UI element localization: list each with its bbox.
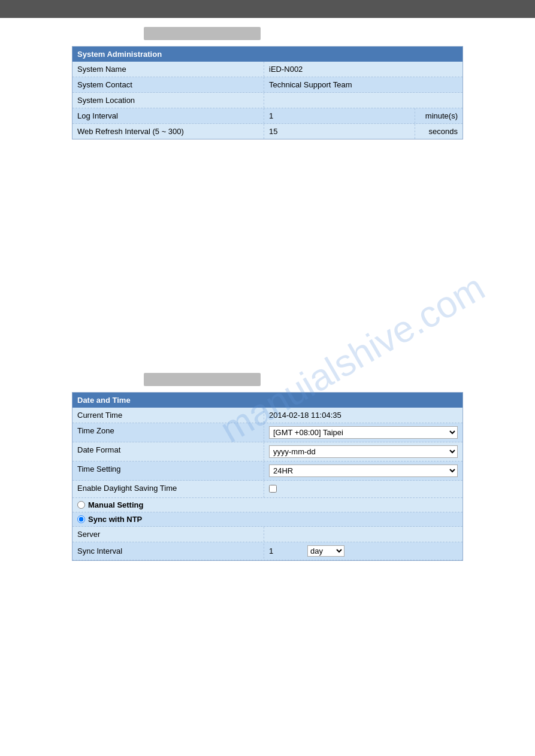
row-label-system-name: System Name <box>72 62 264 77</box>
row-value-time-setting[interactable]: 24HR <box>264 462 463 480</box>
row-value-log-interval[interactable] <box>264 108 415 123</box>
row-value-date-format[interactable]: yyyy-mm-dd <box>264 442 463 461</box>
row-value-daylight[interactable] <box>264 481 463 497</box>
row-value-web-refresh[interactable] <box>264 124 415 139</box>
table-row: System Contact <box>72 77 463 93</box>
datetime-title: Date and Time <box>72 393 463 408</box>
log-interval-input[interactable] <box>269 111 410 120</box>
radio-row-manual: Manual Setting <box>72 498 463 512</box>
system-location-input[interactable] <box>269 96 458 105</box>
radio-manual[interactable] <box>77 501 85 509</box>
row-label-system-location: System Location <box>72 93 264 108</box>
row-label-log-interval: Log Interval <box>72 108 264 123</box>
row-value-current-time: 2014-02-18 11:04:35 <box>264 408 463 423</box>
system-contact-input[interactable] <box>269 80 458 89</box>
row-value-system-name[interactable] <box>264 62 463 77</box>
row-label-daylight: Enable Daylight Saving Time <box>72 481 264 497</box>
table-row-sync-interval: Sync Interval day hour minute <box>72 542 463 560</box>
radio-row-sync: Sync with NTP <box>72 512 463 527</box>
row-label-sync-interval: Sync Interval <box>72 544 264 558</box>
table-row-daylight: Enable Daylight Saving Time <box>72 481 463 498</box>
time-setting-select[interactable]: 24HR <box>269 464 458 477</box>
table-row-server: Server <box>72 527 463 542</box>
date-format-select[interactable]: yyyy-mm-dd <box>269 445 458 458</box>
timezone-select[interactable]: [GMT +08:00] Taipei <box>269 426 458 439</box>
row-unit-web-refresh: seconds <box>415 124 463 139</box>
system-name-input[interactable] <box>269 65 458 74</box>
server-input[interactable] <box>269 530 458 539</box>
top-bar <box>0 0 535 18</box>
row-label-system-contact: System Contact <box>72 77 264 92</box>
datetime-section-bar <box>144 373 261 386</box>
table-row-date-format: Date Format yyyy-mm-dd <box>72 442 463 462</box>
row-label-timezone: Time Zone <box>72 423 264 442</box>
row-value-timezone[interactable]: [GMT +08:00] Taipei <box>264 423 463 442</box>
row-unit-log-interval: minute(s) <box>415 108 463 123</box>
system-admin-table: System Administration System Name System… <box>72 46 463 139</box>
row-label-current-time: Current Time <box>72 408 264 423</box>
table-row-current-time: Current Time 2014-02-18 11:04:35 <box>72 408 463 423</box>
row-value-system-location[interactable] <box>264 93 463 108</box>
sync-interval-input[interactable] <box>269 546 305 555</box>
sync-interval-value[interactable]: day hour minute <box>264 542 463 560</box>
table-row: System Location <box>72 93 463 108</box>
radio-sync[interactable] <box>77 515 85 523</box>
table-row-timezone: Time Zone [GMT +08:00] Taipei <box>72 423 463 442</box>
datetime-table: Date and Time Current Time 2014-02-18 11… <box>72 392 463 561</box>
row-value-system-contact[interactable] <box>264 77 463 92</box>
daylight-checkbox[interactable] <box>269 485 277 493</box>
table-row: System Name <box>72 62 463 77</box>
system-admin-title: System Administration <box>72 47 463 62</box>
row-label-server: Server <box>72 527 264 542</box>
row-value-server[interactable] <box>264 527 463 542</box>
row-label-time-setting: Time Setting <box>72 462 264 480</box>
web-refresh-input[interactable] <box>269 127 410 136</box>
table-row: Web Refresh Interval (5 ~ 300) seconds <box>72 124 463 139</box>
table-row: Log Interval minute(s) <box>72 108 463 124</box>
table-row-time-setting: Time Setting 24HR <box>72 462 463 481</box>
row-label-web-refresh: Web Refresh Interval (5 ~ 300) <box>72 124 264 139</box>
radio-manual-label: Manual Setting <box>88 500 143 509</box>
radio-sync-label: Sync with NTP <box>88 515 142 524</box>
system-admin-section-bar <box>144 27 261 40</box>
sync-interval-unit-select[interactable]: day hour minute <box>307 545 344 557</box>
row-label-date-format: Date Format <box>72 442 264 461</box>
